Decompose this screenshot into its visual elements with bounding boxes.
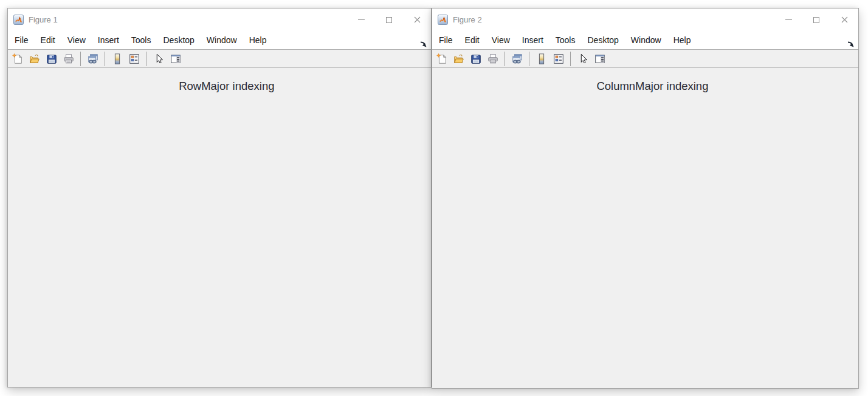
- new-figure-button[interactable]: [435, 52, 449, 66]
- property-inspector-icon: [170, 53, 182, 65]
- figure-toolbar: [432, 49, 858, 68]
- property-inspector-icon: [594, 53, 606, 65]
- titlebar[interactable]: Figure 1: [8, 9, 431, 31]
- matlab-logo-icon: [13, 15, 24, 25]
- toolbar-separator: [529, 52, 529, 66]
- menu-insert[interactable]: Insert: [92, 31, 125, 49]
- toolbar-separator: [105, 52, 105, 66]
- maximize-icon: [813, 17, 819, 23]
- menu-view[interactable]: View: [486, 31, 516, 49]
- figure-toolbar: [8, 49, 431, 68]
- edit-plot-cursor-icon: [577, 53, 589, 65]
- link-plot-icon: [511, 53, 523, 65]
- link-plot-button[interactable]: [510, 52, 524, 66]
- window-title: Figure 1: [29, 15, 58, 24]
- insert-colorbar-icon: [111, 53, 123, 65]
- close-button[interactable]: [403, 9, 431, 31]
- close-button[interactable]: [830, 9, 858, 31]
- menu-bar: File Edit View Insert Tools Desktop Wind…: [432, 31, 858, 49]
- dock-figure-icon[interactable]: [419, 39, 427, 47]
- link-plot-button[interactable]: [86, 52, 100, 66]
- save-figure-button[interactable]: [44, 52, 58, 66]
- edit-plot-cursor-icon: [153, 53, 165, 65]
- menu-window[interactable]: Window: [625, 31, 667, 49]
- save-figure-button[interactable]: [469, 52, 483, 66]
- insert-legend-button[interactable]: [127, 52, 141, 66]
- menu-edit[interactable]: Edit: [459, 31, 486, 49]
- caption-buttons: [347, 9, 431, 31]
- figure-window-2: Figure 2 File Edit View Insert Tools Des…: [432, 8, 859, 389]
- menu-edit[interactable]: Edit: [35, 31, 61, 49]
- minimize-icon: [358, 19, 365, 20]
- open-folder-icon: [29, 53, 41, 65]
- menu-window[interactable]: Window: [201, 31, 243, 49]
- edit-plot-button[interactable]: [151, 52, 165, 66]
- menu-help[interactable]: Help: [243, 31, 273, 49]
- save-icon: [46, 53, 58, 65]
- minimize-button[interactable]: [347, 9, 375, 31]
- menu-tools[interactable]: Tools: [549, 31, 582, 49]
- matlab-logo-icon: [438, 15, 448, 25]
- menu-view[interactable]: View: [61, 31, 92, 49]
- new-figure-button[interactable]: [10, 52, 24, 66]
- open-file-button[interactable]: [27, 52, 41, 66]
- axes-title: ColumnMajor indexing: [596, 80, 708, 93]
- print-icon: [487, 53, 499, 65]
- figure-canvas: RowMajor indexing: [8, 68, 431, 387]
- close-icon: [841, 16, 848, 23]
- menu-tools[interactable]: Tools: [125, 31, 157, 49]
- link-plot-icon: [87, 53, 99, 65]
- toolbar-separator: [80, 52, 81, 66]
- menu-insert[interactable]: Insert: [516, 31, 549, 49]
- save-icon: [470, 53, 482, 65]
- figure-window-1: Figure 1 File Edit View Insert Tools Des…: [7, 8, 432, 387]
- print-icon: [63, 53, 75, 65]
- menu-file[interactable]: File: [9, 31, 35, 49]
- insert-colorbar-button[interactable]: [534, 52, 548, 66]
- window-title: Figure 2: [453, 15, 482, 24]
- edit-plot-button[interactable]: [576, 52, 590, 66]
- insert-colorbar-icon: [536, 53, 548, 65]
- property-inspector-button[interactable]: [593, 52, 607, 66]
- caption-buttons: [774, 9, 858, 31]
- new-figure-icon: [12, 53, 24, 65]
- property-inspector-button[interactable]: [168, 52, 182, 66]
- print-figure-button[interactable]: [486, 52, 500, 66]
- menu-help[interactable]: Help: [667, 31, 697, 49]
- maximize-icon: [386, 17, 392, 23]
- open-folder-icon: [453, 53, 465, 65]
- insert-colorbar-button[interactable]: [110, 52, 124, 66]
- print-figure-button[interactable]: [61, 52, 75, 66]
- maximize-button[interactable]: [802, 9, 830, 31]
- dock-figure-icon[interactable]: [847, 39, 855, 47]
- toolbar-separator: [570, 52, 571, 66]
- figure-canvas: ColumnMajor indexing: [432, 68, 858, 388]
- menu-bar: File Edit View Insert Tools Desktop Wind…: [8, 31, 431, 49]
- close-icon: [414, 16, 421, 23]
- insert-legend-icon: [128, 53, 140, 65]
- titlebar[interactable]: Figure 2: [432, 9, 858, 31]
- toolbar-separator: [146, 52, 146, 66]
- new-figure-icon: [436, 53, 448, 65]
- menu-desktop[interactable]: Desktop: [581, 31, 624, 49]
- menu-desktop[interactable]: Desktop: [157, 31, 200, 49]
- maximize-button[interactable]: [375, 9, 403, 31]
- insert-legend-icon: [553, 53, 565, 65]
- minimize-icon: [785, 19, 792, 20]
- minimize-button[interactable]: [774, 9, 802, 31]
- insert-legend-button[interactable]: [551, 52, 565, 66]
- toolbar-separator: [505, 52, 505, 66]
- axes-title: RowMajor indexing: [179, 80, 274, 93]
- open-file-button[interactable]: [452, 52, 466, 66]
- menu-file[interactable]: File: [433, 31, 459, 49]
